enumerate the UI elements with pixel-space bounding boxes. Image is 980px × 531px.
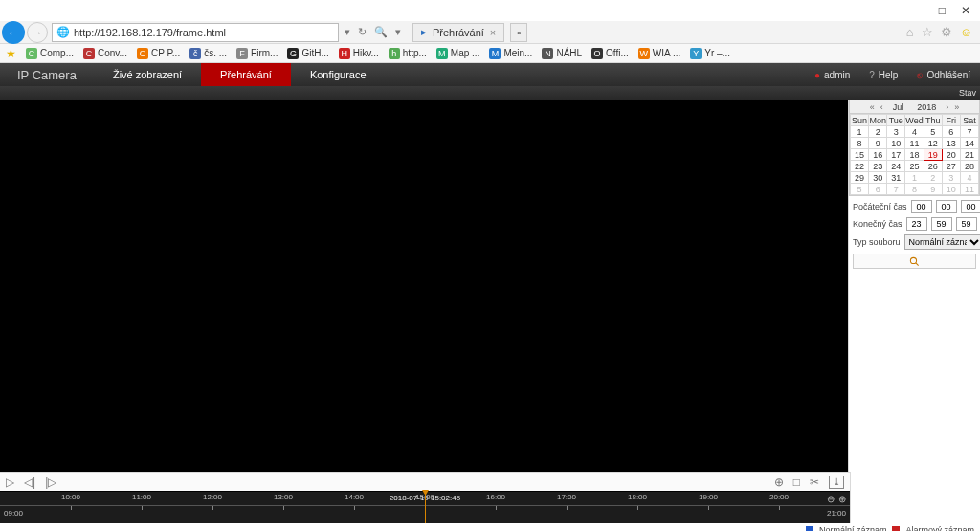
favorite-link[interactable]: ččs. ...	[189, 48, 227, 59]
step-back-button[interactable]: ◁|	[24, 476, 35, 489]
calendar-day[interactable]: 26	[924, 161, 942, 172]
favorite-link[interactable]: MMap ...	[436, 48, 480, 59]
favorite-link[interactable]: CComp...	[26, 48, 74, 59]
maximize-button[interactable]: □	[939, 4, 946, 17]
calendar-day[interactable]: 16	[869, 149, 887, 161]
nav-configuration[interactable]: Konfigurace	[291, 63, 386, 86]
calendar-day[interactable]: 1	[905, 172, 924, 184]
close-button[interactable]: ✕	[961, 4, 970, 17]
calendar-day[interactable]: 13	[942, 138, 960, 149]
cal-next-month[interactable]: ›	[944, 102, 950, 112]
home-icon[interactable]: ⌂	[906, 25, 914, 39]
back-button[interactable]: ←	[2, 21, 25, 44]
favorite-link[interactable]: GGitH...	[287, 48, 328, 59]
favorite-link[interactable]: WWIA ...	[638, 48, 680, 59]
calendar-day[interactable]: 4	[905, 126, 924, 138]
end-mm[interactable]	[931, 217, 952, 231]
favorite-link[interactable]: HHikv...	[339, 48, 379, 59]
timeline-zoom-out[interactable]: ⊖	[827, 494, 835, 504]
calendar-day[interactable]: 7	[887, 184, 905, 195]
download-button[interactable]: ⤓	[829, 476, 844, 489]
start-ss[interactable]	[961, 200, 980, 213]
calendar-day[interactable]: 3	[942, 172, 960, 184]
calendar-day[interactable]: 17	[887, 149, 905, 161]
calendar-day[interactable]: 29	[851, 172, 869, 184]
browser-tab[interactable]: ▸ Přehrávání ×	[412, 23, 504, 42]
start-hh[interactable]	[911, 200, 932, 213]
start-mm[interactable]	[936, 200, 957, 213]
calendar-day[interactable]: 23	[869, 161, 887, 172]
calendar-day[interactable]: 3	[887, 126, 905, 138]
calendar-day[interactable]: 7	[960, 126, 978, 138]
calendar-day[interactable]: 8	[851, 138, 869, 149]
forward-button[interactable]: →	[27, 22, 48, 43]
feedback-icon[interactable]: ☺	[960, 25, 972, 39]
calendar-day[interactable]: 2	[869, 126, 887, 138]
file-type-select[interactable]: Normální zázna	[904, 234, 980, 250]
nav-playback[interactable]: Přehrávání	[201, 63, 291, 86]
calendar-day[interactable]: 25	[905, 161, 924, 172]
favorite-link[interactable]: CCP P...	[137, 48, 180, 59]
favorite-link[interactable]: NNÁHL	[542, 48, 582, 59]
calendar-day[interactable]: 10	[942, 184, 960, 195]
calendar-day[interactable]: 30	[869, 172, 887, 184]
calendar-day[interactable]: 9	[924, 184, 942, 195]
calendar-day[interactable]: 5	[851, 184, 869, 195]
clip-button[interactable]: ✂	[810, 476, 819, 489]
favorite-link[interactable]: FFirm...	[236, 48, 278, 59]
cal-prev-month[interactable]: ‹	[879, 102, 885, 112]
calendar-day[interactable]: 18	[905, 149, 924, 161]
user-admin[interactable]: ●admin	[805, 70, 859, 80]
end-ss[interactable]	[956, 217, 977, 231]
search-dropdown-icon[interactable]: ▾	[395, 26, 401, 38]
calendar-day[interactable]: 22	[851, 161, 869, 172]
favorite-link[interactable]: YYr –...	[690, 48, 730, 59]
calendar-day[interactable]: 20	[942, 149, 960, 161]
calendar-day[interactable]: 6	[869, 184, 887, 195]
logout-link[interactable]: ⎋Odhlášení	[907, 70, 980, 80]
playback-search-button[interactable]	[853, 254, 976, 269]
calendar-day[interactable]: 8	[905, 184, 924, 195]
url-input[interactable]: 🌐 http://192.168.12.179/frame.html	[52, 23, 339, 42]
cal-next-year[interactable]: »	[952, 102, 961, 112]
calendar-day[interactable]: 31	[887, 172, 905, 184]
calendar-day[interactable]: 28	[960, 161, 978, 172]
dropdown-icon[interactable]: ▾	[345, 26, 350, 38]
calendar-day[interactable]: 11	[960, 184, 978, 195]
snapshot-button[interactable]: □	[793, 476, 800, 489]
zoom-tool-button[interactable]: ⊕	[774, 476, 784, 489]
calendar-day[interactable]: 4	[960, 172, 978, 184]
tools-icon[interactable]: ⚙	[941, 25, 952, 39]
add-favorite-icon[interactable]: ★	[6, 47, 16, 60]
calendar-day[interactable]: 14	[960, 138, 978, 149]
refresh-icon[interactable]: ↻	[358, 26, 367, 38]
calendar-day[interactable]: 2	[924, 172, 942, 184]
video-playback-pane[interactable]	[0, 100, 848, 472]
calendar-day[interactable]: 19	[924, 149, 942, 161]
favorite-link[interactable]: CConv...	[83, 48, 127, 59]
calendar-day[interactable]: 24	[887, 161, 905, 172]
minimize-button[interactable]: —	[912, 4, 924, 17]
cal-prev-year[interactable]: «	[868, 102, 877, 112]
calendar-day[interactable]: 15	[851, 149, 869, 161]
end-hh[interactable]	[906, 217, 927, 231]
calendar-day[interactable]: 21	[960, 149, 978, 161]
nav-live-view[interactable]: Živé zobrazení	[94, 63, 201, 86]
timeline-zoom-in[interactable]: ⊕	[838, 494, 846, 504]
calendar-day[interactable]: 5	[924, 126, 942, 138]
calendar-day[interactable]: 1	[851, 126, 869, 138]
timeline-playhead[interactable]	[425, 492, 426, 523]
help-link[interactable]: ?Help	[859, 70, 907, 80]
favorite-link[interactable]: MMein...	[489, 48, 532, 59]
calendar-day[interactable]: 11	[905, 138, 924, 149]
new-tab-button[interactable]: ▫	[510, 23, 527, 42]
playback-timeline[interactable]: 2018-07-19 15:02:45 ⊖ ⊕ 10:0011:0012:001…	[0, 491, 850, 523]
tab-close-icon[interactable]: ×	[490, 27, 496, 38]
favorites-icon[interactable]: ☆	[922, 25, 933, 39]
calendar-day[interactable]: 27	[942, 161, 960, 172]
calendar-day[interactable]: 12	[924, 138, 942, 149]
favorite-link[interactable]: OOffi...	[591, 48, 629, 59]
play-button[interactable]: ▷	[6, 476, 14, 489]
step-forward-button[interactable]: |▷	[45, 476, 56, 489]
calendar-day[interactable]: 9	[869, 138, 887, 149]
